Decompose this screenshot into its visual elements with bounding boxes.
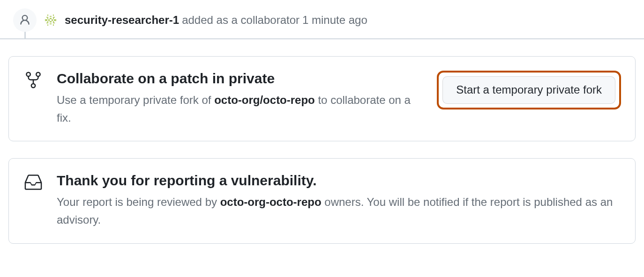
thankyou-description: Your report is being reviewed by octo-or… [57,193,621,229]
timeline-actor[interactable]: security-researcher-1 [65,14,179,27]
svg-rect-17 [53,22,55,23]
svg-rect-3 [50,16,52,17]
svg-rect-8 [53,18,54,19]
timeline-connector [24,32,26,38]
divider [0,38,644,39]
timeline-item: security-researcher-1 added as a collabo… [0,0,644,32]
svg-rect-18 [50,23,52,24]
svg-rect-1 [47,15,48,15]
svg-rect-19 [47,24,48,25]
svg-rect-4 [46,17,49,18]
svg-rect-5 [53,17,55,18]
svg-rect-11 [52,19,52,22]
svg-rect-15 [53,21,54,22]
inbox-icon [23,172,44,191]
collaborate-title: Collaborate on a patch in private [57,70,424,87]
avatar[interactable] [44,14,57,27]
svg-rect-7 [50,18,52,19]
svg-rect-12 [54,19,56,22]
collaborate-card: Collaborate on a patch in private Use a … [8,56,636,141]
svg-rect-6 [47,18,48,19]
timeline-timestamp: 1 minute ago [302,14,367,27]
svg-rect-14 [50,21,52,22]
svg-rect-9 [45,19,47,22]
timeline-action: added as a collaborator [182,14,300,27]
svg-rect-13 [47,21,48,22]
timeline-text: security-researcher-1 added as a collabo… [65,14,367,27]
repo-owners-name: octo-org-octo-repo [220,196,322,208]
start-private-fork-button[interactable]: Start a temporary private fork [442,76,615,104]
svg-rect-2 [53,15,54,15]
thankyou-title: Thank you for reporting a vulnerability. [57,172,621,190]
svg-rect-16 [46,22,49,23]
highlight-ring: Start a temporary private fork [437,71,621,109]
collaborate-description: Use a temporary private fork of octo-org… [57,91,424,127]
person-icon [13,8,37,32]
svg-rect-20 [53,24,54,25]
svg-rect-10 [48,19,49,22]
fork-icon [23,70,44,89]
thankyou-card: Thank you for reporting a vulnerability.… [8,158,636,243]
repo-name: octo-org/octo-repo [214,94,315,106]
